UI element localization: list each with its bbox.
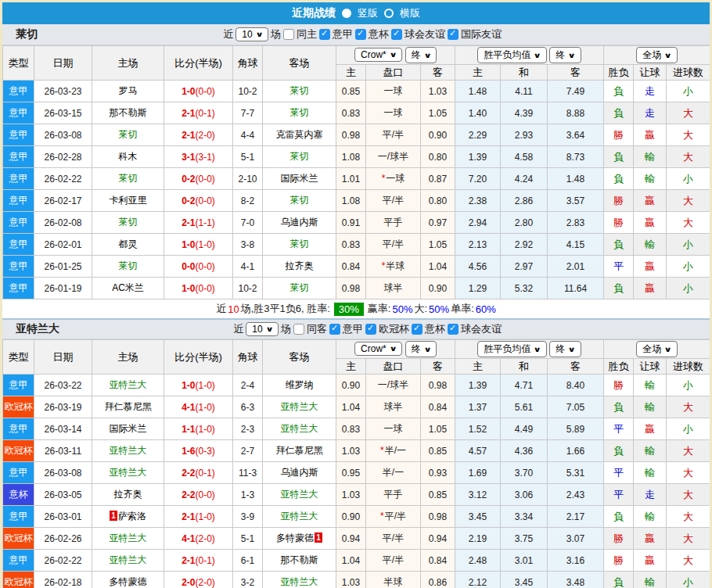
half-time-score: (1-0) (196, 511, 215, 522)
ah-away-odds: 0.98 (421, 506, 455, 528)
away-team-name[interactable]: 莱切 (290, 151, 309, 162)
home-team-name[interactable]: 亚特兰大 (110, 445, 147, 456)
home-team-name[interactable]: 莱切 (119, 217, 138, 228)
home-team-cell: 亚特兰大 (92, 375, 164, 396)
away-team-name[interactable]: 乌迪内斯 (281, 467, 318, 478)
match-row: 意甲 26-03-22 亚特兰大 1-0(1-0) 2-4 维罗纳 0.90 一… (3, 375, 710, 396)
away-team-name[interactable]: 那不勒斯 (281, 554, 318, 565)
result-handicap: 走 (634, 81, 667, 102)
chevron-down-icon: ∨ (255, 30, 263, 38)
handicap-text: 半/一 (383, 467, 404, 478)
league-checkbox[interactable] (412, 324, 423, 335)
eu-final-value: 终 (556, 342, 565, 356)
home-team-cell: 多特蒙德 (92, 572, 164, 588)
scope-select[interactable]: 全场∨ (636, 341, 677, 357)
match-count-select[interactable]: 10∨ (246, 322, 279, 336)
home-team-cell: AC米兰 (92, 278, 164, 299)
eu-odds-select[interactable]: 胜平负均值∨ (477, 47, 546, 63)
league-checkbox[interactable] (329, 324, 340, 335)
away-team-name[interactable]: 拉齐奥 (286, 260, 314, 271)
away-team-name[interactable]: 莱切 (290, 238, 309, 249)
same-side-checkbox[interactable] (283, 29, 294, 40)
ah-final-select[interactable]: 终∨ (405, 341, 437, 357)
eu-away-odds: 2.83 (548, 212, 604, 234)
home-team-cell: 拜仁慕尼黑 (92, 396, 164, 418)
away-team-name[interactable]: 亚特兰大 (281, 511, 318, 522)
eu-final-select[interactable]: 终∨ (549, 47, 581, 63)
home-team-name[interactable]: 那不勒斯 (110, 107, 147, 118)
home-team-name[interactable]: 莱切 (119, 129, 138, 140)
away-team-name[interactable]: 亚特兰大 (281, 401, 318, 412)
ah-home-odds: 1.04 (336, 396, 366, 418)
away-team-name[interactable]: 亚特兰大 (281, 423, 318, 434)
home-team-name[interactable]: 卡利亚里 (110, 195, 147, 206)
league-checkbox[interactable] (448, 324, 458, 335)
away-team-name[interactable]: 亚特兰大 (281, 576, 318, 587)
away-team-name[interactable]: 国际米兰 (281, 173, 318, 184)
home-team-name[interactable]: 拜仁慕尼黑 (105, 401, 152, 412)
col-type: 类型 (3, 46, 34, 81)
eu-away-odds: 8.73 (548, 146, 604, 168)
away-team-name[interactable]: 拜仁慕尼黑 (276, 445, 323, 456)
home-team-cell: 亚特兰大 (92, 550, 164, 572)
away-team-name[interactable]: 多特蒙德 (276, 532, 314, 543)
home-team-name[interactable]: 莱切 (119, 173, 138, 184)
home-team-name[interactable]: 萨索洛 (118, 511, 146, 522)
team-name[interactable]: 莱切 (16, 27, 38, 41)
team-name[interactable]: 亚特兰大 (16, 322, 59, 336)
home-team-cell: 国际米兰 (92, 418, 164, 440)
league-checkbox[interactable] (391, 29, 402, 40)
away-team-name[interactable]: 亚特兰大 (281, 489, 318, 500)
away-team-name[interactable]: 莱切 (290, 282, 309, 293)
horizontal-radio[interactable] (384, 9, 394, 18)
handicap-text: 平/半 (383, 129, 404, 140)
red-card-badge: 1 (315, 532, 322, 543)
vertical-radio[interactable] (342, 9, 351, 18)
odds-company-select[interactable]: Crow*∨ (354, 342, 402, 356)
corner-score: 2-3 (233, 418, 263, 440)
ah-home-odds: 0.91 (336, 212, 366, 234)
home-team-name[interactable]: 多特蒙德 (110, 576, 147, 587)
full-time-score: 2-1 (182, 108, 195, 119)
home-team-name[interactable]: 科木 (119, 151, 138, 162)
score-cell: 2-2(0-1) (164, 462, 233, 484)
vertical-radio-label[interactable]: 竖版 (358, 6, 378, 20)
home-team-name[interactable]: 莱切 (119, 260, 138, 271)
league-checkbox[interactable] (448, 29, 458, 40)
horizontal-radio-label[interactable]: 横版 (400, 6, 420, 20)
ah-final-select[interactable]: 终∨ (405, 47, 437, 63)
away-team-name[interactable]: 克雷莫内塞 (276, 129, 323, 140)
league-checkbox[interactable] (365, 324, 376, 335)
same-side-checkbox[interactable] (293, 324, 304, 335)
match-count-select[interactable]: 10∨ (236, 27, 268, 41)
home-team-name[interactable]: AC米兰 (112, 282, 144, 293)
home-team-name[interactable]: 亚特兰大 (110, 532, 147, 543)
home-team-name[interactable]: 国际米兰 (110, 423, 147, 434)
league-checkbox[interactable] (319, 29, 330, 40)
home-team-name[interactable]: 拉齐奥 (114, 489, 142, 500)
home-team-name[interactable]: 亚特兰大 (110, 379, 147, 390)
match-date: 26-03-23 (34, 81, 92, 102)
eu-final-select[interactable]: 终∨ (549, 341, 581, 357)
home-team-name[interactable]: 亚特兰大 (110, 467, 147, 478)
away-team-name[interactable]: 维罗纳 (286, 379, 314, 390)
home-team-name[interactable]: 都灵 (119, 238, 138, 249)
away-team-name[interactable]: 莱切 (290, 195, 309, 206)
home-team-name[interactable]: 罗马 (119, 85, 138, 96)
results-table: 类型 日期 主场 比分(半场) 角球 客场 Crow*∨ 终∨ 胜平负均值∨ 终… (2, 339, 710, 588)
ah-final-value: 终 (412, 342, 421, 356)
full-time-score: 0-2 (182, 174, 195, 185)
result-goals: 小 (667, 418, 710, 440)
away-team-name[interactable]: 莱切 (290, 85, 309, 96)
eu-odds-select[interactable]: 胜平负均值∨ (477, 341, 546, 357)
sub-handicap-result: 让球 (634, 65, 667, 81)
home-team-name[interactable]: 亚特兰大 (110, 554, 147, 565)
handicap-text: 一球 (384, 85, 403, 96)
scope-select[interactable]: 全场∨ (636, 47, 677, 63)
full-time-score: 2-1 (182, 130, 195, 141)
full-time-score: 2-1 (182, 555, 195, 566)
away-team-name[interactable]: 乌迪内斯 (281, 217, 318, 228)
league-checkbox[interactable] (355, 29, 366, 40)
away-team-name[interactable]: 莱切 (290, 107, 309, 118)
odds-company-select[interactable]: Crow*∨ (354, 48, 402, 62)
